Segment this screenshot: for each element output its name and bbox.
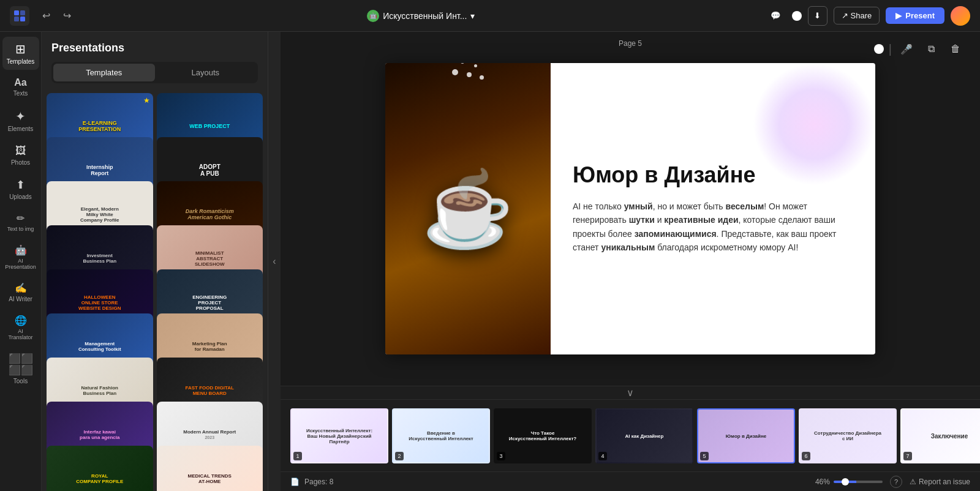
- slide-body: AI не только умный, но и может быть весе…: [573, 200, 853, 255]
- share-label: Share: [851, 11, 872, 20]
- thumbnail-3[interactable]: Что ТакоеИскусственный Интеллект? 3: [494, 408, 592, 463]
- redo-button[interactable]: ↪: [58, 7, 76, 25]
- sidebar-item-templates[interactable]: ⊞ Templates: [2, 37, 39, 70]
- app-logo[interactable]: [10, 6, 29, 26]
- main-content: ⊞ Templates Aa Texts ✦ Elements 🖼 Photos…: [0, 32, 980, 491]
- svg-rect-2: [14, 17, 19, 21]
- slide-canvas: ☕ Юмор в Дизайне AI не только умный, но …: [385, 63, 875, 354]
- sidebar-item-elements[interactable]: ✦ Elements: [2, 104, 39, 137]
- user-avatar[interactable]: [951, 6, 970, 26]
- thumbnail-1[interactable]: Искусственный Интеллект:Ваш Новый Дизайн…: [290, 408, 388, 463]
- user-dot[interactable]: [792, 11, 802, 21]
- topbar: ↩ ↪ 🤖 Искусственный Инт... ▾ 💬 ⬇ ↗ Share…: [0, 0, 980, 32]
- thumbnail-5[interactable]: Юмор в Дизайне 5: [697, 408, 795, 463]
- text2img-icon: ✏: [17, 212, 24, 224]
- comments-button[interactable]: 💬: [766, 6, 786, 26]
- thumbnail-4[interactable]: AI как Дизайнер 4: [595, 408, 693, 463]
- thumbnail-6[interactable]: Сотрудничество Дизайнерас ИИ 6: [799, 408, 897, 463]
- template-card-17[interactable]: ROYALCOMPANY PROFILE: [47, 446, 153, 491]
- thumb-num-6: 6: [802, 452, 810, 460]
- sidebar-item-templates-label: Templates: [7, 58, 35, 65]
- templates-icon: ⊞: [15, 42, 26, 56]
- sidebar-item-photos[interactable]: 🖼 Photos: [2, 140, 39, 171]
- undo-button[interactable]: ↩: [37, 7, 55, 25]
- download-button[interactable]: ⬇: [808, 6, 827, 26]
- project-name[interactable]: 🤖 Искусственный Инт... ▾: [367, 10, 475, 22]
- delete-slide-button[interactable]: 🗑: [946, 39, 965, 59]
- thumb-2-inner: Введение вИскусственный Интеллект: [393, 410, 489, 462]
- slide-text-area: Юмор в Дизайне AI не только умный, но и …: [551, 63, 875, 354]
- texts-icon: Aa: [14, 77, 26, 88]
- thumb-4-inner: AI как Дизайнер: [597, 410, 692, 462]
- coffee-character: ☕: [422, 172, 514, 246]
- svg-rect-3: [20, 17, 25, 21]
- sidebar-item-elements-label: Elements: [8, 126, 34, 132]
- thumbnail-2[interactable]: Введение вИскусственный Интеллект 2: [392, 408, 490, 463]
- ai-presentation-icon: 🤖: [15, 244, 27, 256]
- zoom-control: 46%: [815, 478, 883, 486]
- present-button[interactable]: ▶ Present: [886, 7, 944, 24]
- thumb-num-1: 1: [293, 452, 302, 460]
- warning-icon: ⚠: [910, 478, 916, 486]
- slide-actions: | 🎤 ⧉ 🗑: [874, 39, 965, 59]
- zoom-slider[interactable]: [834, 481, 883, 483]
- sidebar-item-ai-presentation[interactable]: 🤖 AI Presentation: [2, 239, 39, 275]
- elements-icon: ✦: [15, 109, 26, 124]
- sidebar-item-tools[interactable]: ⬛⬛⬛⬛ Tools: [2, 348, 39, 389]
- color-dot[interactable]: [874, 44, 884, 54]
- sidebar-item-texts[interactable]: Aa Texts: [2, 72, 39, 102]
- duplicate-slide-button[interactable]: ⧉: [921, 39, 941, 59]
- bubble-5: [480, 75, 484, 80]
- sidebar-item-ai-translator-label: AI Translator: [6, 328, 36, 340]
- templates-panel: Presentations Templates Layouts E-LEARNI…: [42, 32, 268, 491]
- thumb-5-inner: Юмор в Дизайне: [698, 410, 794, 462]
- coffee-bubbles: [452, 81, 484, 88]
- sidebar-item-texts-label: Texts: [13, 90, 28, 97]
- pages-icon: 📄: [290, 478, 300, 486]
- sidebar-item-ai-presentation-label: AI Presentation: [5, 258, 36, 270]
- thumb-1-inner: Искусственный Интеллект:Ваш Новый Дизайн…: [292, 410, 387, 462]
- help-button[interactable]: ?: [890, 476, 902, 488]
- sidebar-item-text2img[interactable]: ✏ Text to img: [2, 208, 39, 237]
- bubble-4: [474, 64, 477, 67]
- thumb-num-5: 5: [700, 452, 709, 460]
- sidebar-item-ai-writer[interactable]: ✍ AI Writer: [2, 277, 39, 307]
- tab-layouts[interactable]: Layouts: [155, 64, 257, 81]
- tab-buttons: Templates Layouts: [51, 62, 258, 83]
- thumbnails-collapse-button[interactable]: ∨: [281, 386, 980, 400]
- thumb-num-7: 7: [903, 452, 912, 460]
- sidebar-item-ai-translator[interactable]: 🌐 AI Translator: [2, 310, 39, 345]
- thumbnail-7[interactable]: Заключение 7: [900, 408, 980, 463]
- chevron-left-icon: ‹: [273, 256, 276, 267]
- panel-title: Presentations: [51, 42, 258, 54]
- share-icon: ↗: [842, 11, 848, 20]
- statusbar-right: 46% ? ⚠ Report an issue: [815, 476, 970, 488]
- panel-collapse-button[interactable]: ‹: [268, 32, 281, 491]
- ai-writer-icon: ✍: [15, 282, 27, 294]
- topbar-right: 💬 ⬇ ↗ Share ▶ Present: [766, 6, 970, 26]
- mic-button[interactable]: 🎤: [897, 39, 916, 59]
- thumbnails-area: ∨ Искусственный Интеллект:Ваш Новый Диза…: [281, 386, 980, 471]
- page-number-label: Page 5: [619, 39, 642, 48]
- photos-icon: 🖼: [15, 144, 26, 157]
- sidebar-item-uploads-label: Uploads: [9, 193, 32, 200]
- project-name-label: Искусственный Инт...: [383, 11, 467, 21]
- sidebar-item-text2img-label: Text to img: [7, 226, 34, 232]
- report-label: Report an issue: [919, 478, 970, 486]
- template-card-18[interactable]: MEDICAL TRENDSAT-HOME: [157, 446, 263, 491]
- uploads-icon: ⬆: [16, 178, 25, 192]
- report-issue-button[interactable]: ⚠ Report an issue: [910, 478, 970, 486]
- share-button[interactable]: ↗ Share: [834, 7, 880, 24]
- sidebar-item-tools-label: Tools: [13, 378, 28, 384]
- thumb-num-2: 2: [395, 452, 404, 460]
- template-star-1: ★: [143, 96, 150, 105]
- slide-image-area: ☕: [385, 63, 551, 354]
- tab-templates[interactable]: Templates: [53, 64, 155, 81]
- sidebar-icons: ⊞ Templates Aa Texts ✦ Elements 🖼 Photos…: [0, 32, 42, 491]
- templates-grid: E-LEARNINGPRESENTATION 29 ★ WEB PROJECT …: [42, 88, 268, 491]
- thumb-num-3: 3: [497, 452, 505, 460]
- thumb-6-inner: Сотрудничество Дизайнерас ИИ: [800, 410, 895, 462]
- sidebar-item-uploads[interactable]: ⬆ Uploads: [2, 173, 39, 205]
- coffee-scene: ☕: [385, 63, 551, 354]
- chevron-down-icon: ∨: [627, 387, 634, 399]
